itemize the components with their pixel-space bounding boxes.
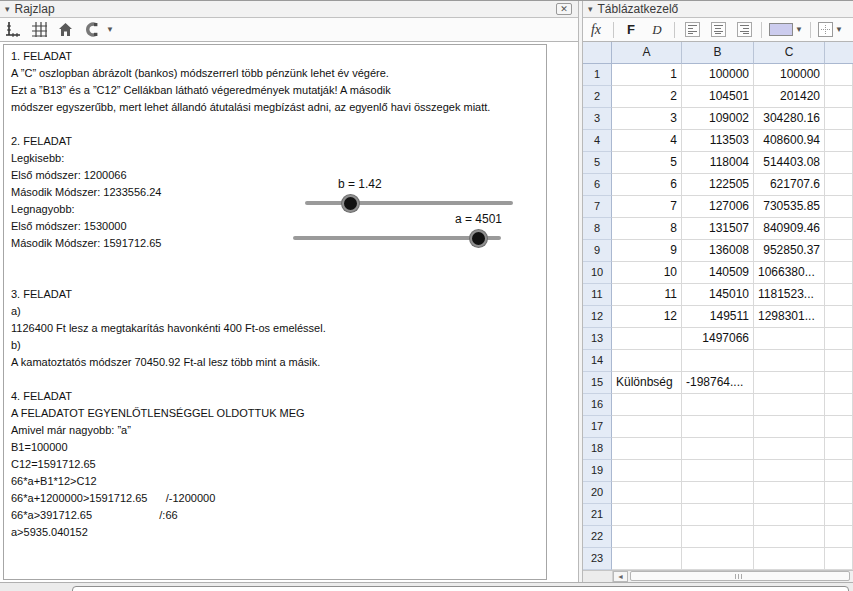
cell[interactable] bbox=[612, 328, 682, 350]
cell[interactable]: 1 bbox=[612, 64, 682, 86]
column-header-d[interactable] bbox=[825, 42, 853, 64]
cell[interactable]: 8 bbox=[612, 218, 682, 240]
cell[interactable]: 2 bbox=[612, 86, 682, 108]
cell[interactable]: 1066380... bbox=[754, 262, 825, 284]
cell[interactable]: 11 bbox=[612, 284, 682, 306]
row-header[interactable]: 5 bbox=[583, 152, 612, 174]
cell[interactable] bbox=[825, 372, 853, 394]
row-header[interactable]: 1 bbox=[583, 64, 612, 86]
cell[interactable]: 201420 bbox=[754, 86, 825, 108]
align-left-button[interactable] bbox=[682, 20, 702, 40]
align-right-button[interactable] bbox=[734, 20, 754, 40]
cell[interactable] bbox=[825, 86, 853, 108]
italic-button[interactable]: D bbox=[647, 20, 667, 40]
cell[interactable]: 122505 bbox=[682, 174, 754, 196]
cell[interactable] bbox=[754, 504, 825, 526]
row-header[interactable]: 22 bbox=[583, 526, 612, 548]
cell[interactable] bbox=[754, 460, 825, 482]
cell[interactable] bbox=[825, 262, 853, 284]
cell[interactable]: 145010 bbox=[682, 284, 754, 306]
row-header[interactable]: 18 bbox=[583, 438, 612, 460]
cell[interactable]: 149511 bbox=[682, 306, 754, 328]
cell[interactable] bbox=[682, 526, 754, 548]
graphics-view[interactable]: 1. FELADATA ”C” oszlopban ábrázolt (bank… bbox=[0, 42, 578, 582]
align-center-button[interactable] bbox=[708, 20, 728, 40]
cell[interactable]: 9 bbox=[612, 240, 682, 262]
cell[interactable] bbox=[825, 328, 853, 350]
row-header[interactable]: 12 bbox=[583, 306, 612, 328]
row-header[interactable]: 8 bbox=[583, 218, 612, 240]
column-header-c[interactable]: C bbox=[754, 42, 825, 64]
cell[interactable] bbox=[825, 64, 853, 86]
axes-icon[interactable] bbox=[3, 20, 23, 40]
cell[interactable] bbox=[754, 372, 825, 394]
cell[interactable]: 113503 bbox=[682, 130, 754, 152]
cell[interactable] bbox=[825, 460, 853, 482]
cell[interactable]: Különbség bbox=[612, 372, 682, 394]
cell[interactable] bbox=[825, 174, 853, 196]
cell[interactable]: 6 bbox=[612, 174, 682, 196]
bold-button[interactable]: F bbox=[621, 20, 641, 40]
cell[interactable] bbox=[754, 482, 825, 504]
grid-icon[interactable] bbox=[29, 20, 49, 40]
text-object[interactable]: 1. FELADATA ”C” oszlopban ábrázolt (bank… bbox=[3, 44, 547, 580]
row-header[interactable]: 10 bbox=[583, 262, 612, 284]
cell[interactable] bbox=[825, 526, 853, 548]
cell[interactable] bbox=[754, 394, 825, 416]
cell[interactable] bbox=[612, 460, 682, 482]
chevron-down-icon[interactable]: ▼ bbox=[106, 25, 114, 34]
cell[interactable]: 1298301... bbox=[754, 306, 825, 328]
row-header[interactable]: 11 bbox=[583, 284, 612, 306]
cell[interactable] bbox=[682, 438, 754, 460]
cell[interactable]: 3 bbox=[612, 108, 682, 130]
row-header[interactable]: 9 bbox=[583, 240, 612, 262]
function-button[interactable]: fx bbox=[586, 20, 606, 40]
panel-menu-arrow[interactable]: ▾ bbox=[588, 4, 593, 14]
cell[interactable] bbox=[682, 460, 754, 482]
cell[interactable] bbox=[825, 284, 853, 306]
scrollbar-track[interactable] bbox=[628, 571, 853, 582]
cell[interactable] bbox=[825, 130, 853, 152]
cell[interactable] bbox=[825, 438, 853, 460]
home-icon[interactable] bbox=[55, 20, 75, 40]
cell[interactable] bbox=[754, 328, 825, 350]
cell[interactable]: 4 bbox=[612, 130, 682, 152]
cell[interactable]: 12 bbox=[612, 306, 682, 328]
cell[interactable] bbox=[612, 438, 682, 460]
cell[interactable]: 730535.85 bbox=[754, 196, 825, 218]
fill-color-button[interactable]: ▼ bbox=[769, 20, 803, 40]
cell[interactable] bbox=[682, 482, 754, 504]
panel-menu-arrow[interactable]: ▾ bbox=[5, 4, 10, 14]
cell[interactable]: 100000 bbox=[682, 64, 754, 86]
cell[interactable] bbox=[682, 504, 754, 526]
cell[interactable]: 304280.16 bbox=[754, 108, 825, 130]
cell[interactable] bbox=[612, 504, 682, 526]
cell[interactable] bbox=[612, 416, 682, 438]
cell[interactable]: 1497066 bbox=[682, 328, 754, 350]
row-header[interactable]: 23 bbox=[583, 548, 612, 570]
row-header[interactable]: 3 bbox=[583, 108, 612, 130]
cell[interactable] bbox=[825, 482, 853, 504]
column-header-a[interactable]: A bbox=[612, 42, 682, 64]
row-header[interactable]: 20 bbox=[583, 482, 612, 504]
row-header[interactable]: 17 bbox=[583, 416, 612, 438]
slider-a-handle[interactable] bbox=[470, 230, 487, 247]
row-header[interactable]: 14 bbox=[583, 350, 612, 372]
cell[interactable]: 7 bbox=[612, 196, 682, 218]
cell[interactable] bbox=[682, 416, 754, 438]
slider-b-track[interactable] bbox=[305, 201, 513, 205]
cell[interactable]: 127006 bbox=[682, 196, 754, 218]
row-header[interactable]: 19 bbox=[583, 460, 612, 482]
column-header-b[interactable]: B bbox=[682, 42, 754, 64]
row-header[interactable]: 15 bbox=[583, 372, 612, 394]
cell[interactable]: 840909.46 bbox=[754, 218, 825, 240]
cell[interactable] bbox=[754, 526, 825, 548]
close-icon[interactable]: ✕ bbox=[556, 3, 572, 15]
cell[interactable] bbox=[825, 548, 853, 570]
row-header[interactable]: 13 bbox=[583, 328, 612, 350]
row-header[interactable]: 2 bbox=[583, 86, 612, 108]
row-header[interactable]: 21 bbox=[583, 504, 612, 526]
row-header[interactable]: 16 bbox=[583, 394, 612, 416]
cell[interactable] bbox=[612, 394, 682, 416]
cell[interactable] bbox=[682, 350, 754, 372]
